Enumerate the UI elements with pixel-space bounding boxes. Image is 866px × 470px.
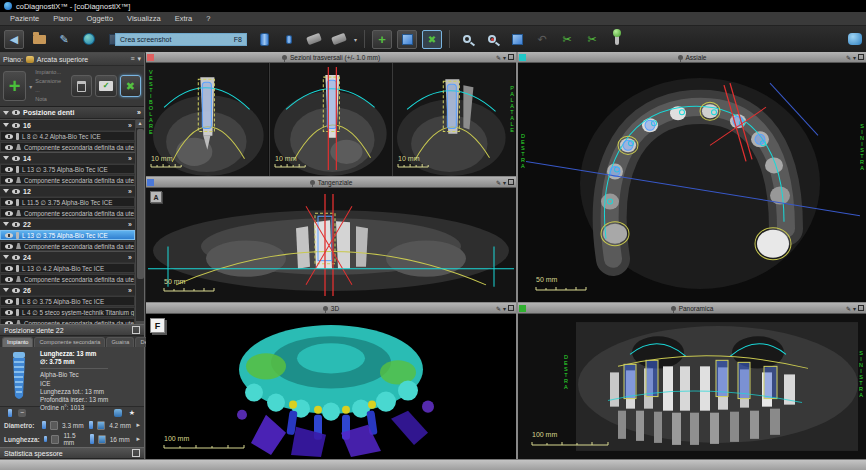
collapse-all-icon[interactable]: » xyxy=(137,109,141,116)
abutment-item[interactable]: Componente secondaria definita da utente xyxy=(0,274,135,284)
zoom-button[interactable] xyxy=(457,30,477,49)
edit-view-icon[interactable]: ✎ xyxy=(846,305,851,312)
implant-item[interactable]: L 4 ∅ 5 steco system-technik Titanium g.… xyxy=(0,307,135,317)
eye-icon[interactable] xyxy=(5,244,13,249)
eye-icon[interactable] xyxy=(5,277,13,282)
tab-impianto[interactable]: Impianto xyxy=(2,337,33,347)
catalog-button[interactable] xyxy=(114,409,122,417)
tooth-group-16[interactable]: 16 » xyxy=(0,119,135,130)
panoramic-body[interactable]: DESTRA SINISTRA xyxy=(518,314,866,459)
eye-icon[interactable] xyxy=(5,266,13,271)
pin-icon[interactable] xyxy=(671,306,676,311)
abutment-item[interactable]: Componente secondaria definita da utente xyxy=(0,208,135,218)
collapse-icon[interactable]: » xyxy=(128,221,132,228)
length-down-button[interactable] xyxy=(51,435,59,444)
view-menu-icon[interactable]: ▾ xyxy=(503,54,506,61)
driver-tool-button[interactable] xyxy=(304,30,324,49)
eye-icon[interactable] xyxy=(12,123,20,128)
diameter-down-icon[interactable] xyxy=(42,421,46,429)
abutment-item[interactable]: Componente secondaria definita da utente xyxy=(0,241,135,251)
add-menu-scansione[interactable]: Scansione ... xyxy=(35,77,66,95)
eye-icon[interactable] xyxy=(5,299,13,304)
cross-slice-3[interactable]: 10 mm xyxy=(393,63,516,176)
back-button[interactable]: ◀ xyxy=(4,30,24,49)
tangential-body[interactable]: A 50 xyxy=(146,188,516,302)
stats-header[interactable]: Statistica spessore xyxy=(0,447,144,459)
collapse-icon[interactable]: » xyxy=(128,188,132,195)
eye-icon[interactable] xyxy=(12,288,20,293)
panoramic-header[interactable]: Panoramica ✎ ▾ xyxy=(518,303,866,314)
tooth-group-14[interactable]: 14 » xyxy=(0,152,135,163)
cut-bone-button[interactable]: ✂ xyxy=(557,30,577,49)
filter-icon[interactable] xyxy=(3,111,9,115)
menu-help[interactable]: ? xyxy=(206,14,210,23)
edit-plan-button[interactable]: ✎ xyxy=(54,30,74,49)
eye-icon[interactable] xyxy=(12,110,20,115)
maximize-icon[interactable] xyxy=(508,179,514,185)
eye-icon[interactable] xyxy=(12,255,20,260)
diameter-more-button[interactable]: ▸ xyxy=(137,421,141,429)
add-menu-impianto[interactable]: Impianto... xyxy=(35,68,66,77)
panel-magnify-toggle[interactable] xyxy=(397,30,417,49)
collapse-icon[interactable]: » xyxy=(128,122,132,129)
eye-icon[interactable] xyxy=(5,134,13,139)
tooth-group-24[interactable]: 24 » xyxy=(0,251,135,262)
abutment-tool-button[interactable] xyxy=(279,30,299,49)
teeth-scrollbar[interactable]: ▴ ▾ xyxy=(135,119,144,330)
cross-slice-2[interactable]: 10 mm xyxy=(270,63,393,176)
delete-object-button[interactable] xyxy=(71,75,92,97)
eye-icon[interactable] xyxy=(5,211,13,216)
diameter-down-button[interactable] xyxy=(50,421,58,430)
collapse-icon[interactable]: » xyxy=(128,155,132,162)
length-up-button[interactable] xyxy=(98,435,106,444)
orientation-cube-front[interactable]: F xyxy=(150,318,165,333)
edit-view-icon[interactable]: ✎ xyxy=(846,54,851,61)
axial-body[interactable]: DESTRA SINISTRA xyxy=(518,63,866,302)
panel-implant-toggle[interactable]: + xyxy=(372,30,392,49)
crosshair-link-button[interactable]: ✖ xyxy=(120,75,141,97)
panel-collapse-icon[interactable] xyxy=(132,326,140,334)
view-menu-icon[interactable]: ▾ xyxy=(853,305,856,312)
scroll-up-button[interactable]: ▴ xyxy=(136,119,144,128)
panel-tree-toggle[interactable]: ✖ xyxy=(422,30,442,49)
collapse-icon[interactable]: » xyxy=(128,254,132,261)
abutment-item[interactable]: Componente secondaria definita da utente xyxy=(0,142,135,152)
length-down-icon[interactable] xyxy=(44,436,48,442)
open-patient-button[interactable] xyxy=(29,30,49,49)
filter-icon[interactable] xyxy=(3,156,9,160)
implant-item-selected[interactable]: L 13 ∅ 3.75 Alpha-Bio Tec ICE xyxy=(0,230,135,240)
implant-tool-button[interactable] xyxy=(254,30,274,49)
pin-icon[interactable] xyxy=(310,180,315,185)
menu-paziente[interactable]: Paziente xyxy=(10,14,39,23)
implant-item[interactable]: L 8 ∅ 4.2 Alpha-Bio Tec ICE xyxy=(0,131,135,141)
plan-select[interactable]: Arcata superiore xyxy=(37,56,88,63)
plan-dropdown-icon[interactable]: ▾ xyxy=(137,55,141,63)
eye-icon[interactable] xyxy=(12,222,20,227)
length-more-button[interactable]: ▸ xyxy=(137,435,141,443)
axial-header[interactable]: Assiale ✎ ▾ xyxy=(518,52,866,63)
plan-list-icon[interactable]: ≡ xyxy=(130,55,134,63)
eye-icon[interactable] xyxy=(5,200,13,205)
eye-icon[interactable] xyxy=(5,167,13,172)
eye-icon[interactable] xyxy=(5,178,13,183)
help-bubble-button[interactable] xyxy=(848,33,862,45)
implant-item[interactable]: L 11.5 ∅ 3.75 Alpha-Bio Tec ICE xyxy=(0,197,135,207)
diameter-up-button[interactable] xyxy=(97,421,105,430)
tooth-group-22[interactable]: 22 » xyxy=(0,218,135,229)
filter-icon[interactable] xyxy=(3,189,9,193)
pin-icon[interactable] xyxy=(282,55,287,60)
cross-slice-1[interactable]: 10 mm xyxy=(146,63,269,176)
implant-small-icon[interactable] xyxy=(8,409,12,417)
filter-icon[interactable] xyxy=(3,222,9,226)
tools-dropdown[interactable]: ▾ xyxy=(354,36,357,43)
edit-view-icon[interactable]: ✎ xyxy=(496,305,501,312)
menu-piano[interactable]: Piano xyxy=(53,14,72,23)
length-up-icon[interactable] xyxy=(90,434,94,444)
stats-expand-icon[interactable] xyxy=(132,449,140,457)
export-button[interactable] xyxy=(79,30,99,49)
tooth-group-26[interactable]: 26 » xyxy=(0,284,135,295)
eye-icon[interactable] xyxy=(5,310,13,315)
three-d-header[interactable]: 3D ✎ ▾ xyxy=(146,303,516,314)
maximize-icon[interactable] xyxy=(508,305,514,311)
driver2-tool-button[interactable] xyxy=(329,30,349,49)
